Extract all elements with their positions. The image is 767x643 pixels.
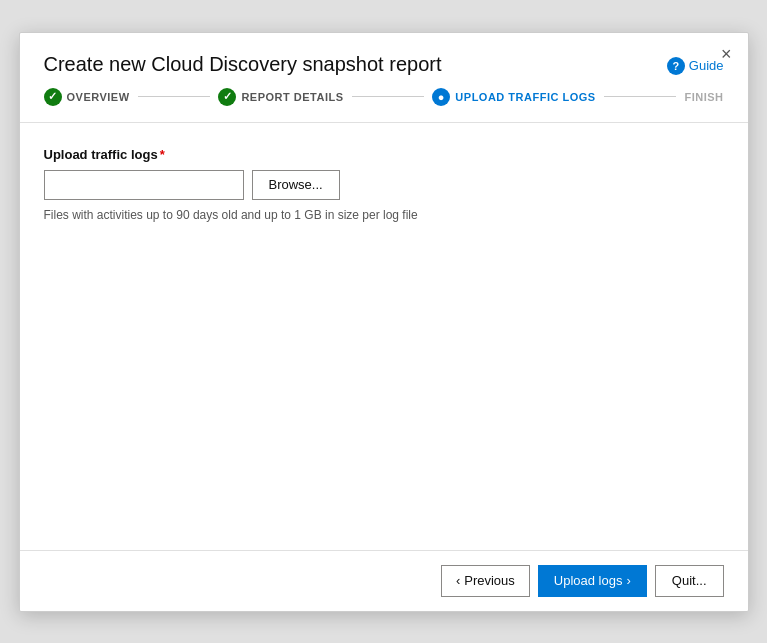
upload-logs-button[interactable]: Upload logs › <box>538 565 647 597</box>
quit-button[interactable]: Quit... <box>655 565 724 597</box>
guide-label: Guide <box>689 58 724 73</box>
previous-button[interactable]: ‹ Previous <box>441 565 530 597</box>
step-upload-icon: ● <box>432 88 450 106</box>
step-finish: FINISH <box>684 91 723 103</box>
browse-button[interactable]: Browse... <box>252 170 340 200</box>
step-upload-label: UPLOAD TRAFFIC LOGS <box>455 91 595 103</box>
step-report-details: ✓ REPORT DETAILS <box>218 88 343 106</box>
step-line-1 <box>138 96 211 97</box>
close-button[interactable]: × <box>721 45 732 63</box>
step-finish-label: FINISH <box>684 91 723 103</box>
required-marker: * <box>160 147 165 162</box>
previous-icon: ‹ <box>456 573 460 588</box>
step-upload-traffic-logs: ● UPLOAD TRAFFIC LOGS <box>432 88 595 106</box>
step-overview: ✓ OVERVIEW <box>44 88 130 106</box>
step-overview-icon: ✓ <box>44 88 62 106</box>
dialog-footer: ‹ Previous Upload logs › Quit... <box>20 550 748 611</box>
dialog-content: Upload traffic logs* Browse... Files wit… <box>20 123 748 550</box>
guide-icon: ? <box>667 57 685 75</box>
step-line-3 <box>604 96 677 97</box>
field-label: Upload traffic logs* <box>44 147 724 162</box>
stepper: ✓ OVERVIEW ✓ REPORT DETAILS ● UPLOAD TRA… <box>20 88 748 123</box>
step-overview-label: OVERVIEW <box>67 91 130 103</box>
dialog-header: Create new Cloud Discovery snapshot repo… <box>20 33 748 88</box>
step-report-details-label: REPORT DETAILS <box>241 91 343 103</box>
step-line-2 <box>352 96 425 97</box>
dialog-title: Create new Cloud Discovery snapshot repo… <box>44 53 442 76</box>
guide-link[interactable]: ? Guide <box>667 57 724 75</box>
dialog: × Create new Cloud Discovery snapshot re… <box>19 32 749 612</box>
step-report-details-icon: ✓ <box>218 88 236 106</box>
upload-label: Upload logs <box>554 573 623 588</box>
file-hint: Files with activities up to 90 days old … <box>44 208 724 222</box>
upload-icon: › <box>626 573 630 588</box>
previous-label: Previous <box>464 573 515 588</box>
file-text-input[interactable] <box>44 170 244 200</box>
file-input-row: Browse... <box>44 170 724 200</box>
